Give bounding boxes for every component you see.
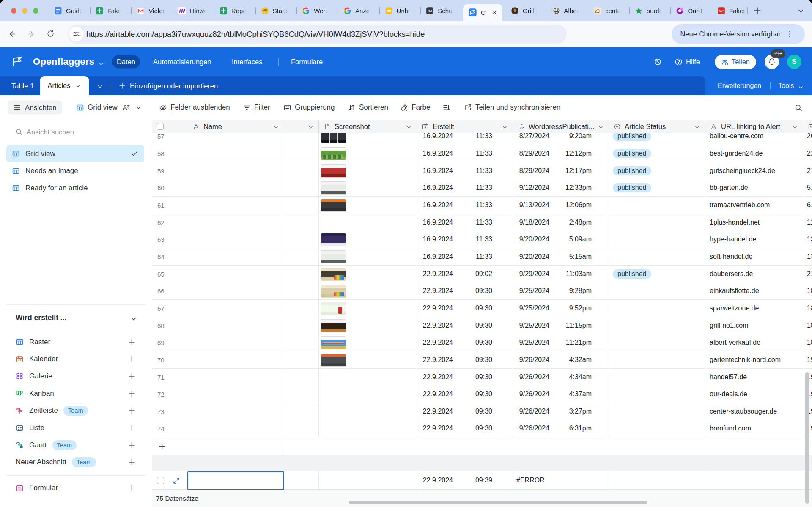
screenshot-thumbnail[interactable] (321, 354, 346, 366)
browser-tab[interactable]: cente (589, 0, 630, 21)
browser-tab[interactable]: Vielen (132, 0, 173, 21)
create-view-gantt[interactable]: GanttTeam (0, 436, 152, 454)
column-header-erstellt[interactable]: Erstellt (417, 120, 513, 133)
column-chevron-icon[interactable] (406, 124, 412, 130)
column-chevron-icon[interactable] (502, 124, 508, 130)
add-view-plus-icon[interactable] (128, 355, 136, 363)
table-row[interactable]: 72 22.9.2024 09:30 9/26/2024 4:37am our-… (152, 386, 812, 403)
add-or-import-button[interactable]: Hinzufügen oder importieren (130, 82, 218, 90)
add-view-plus-icon[interactable] (128, 424, 136, 432)
column-chevron-icon[interactable] (792, 124, 798, 130)
tab-search-chevron-icon[interactable] (797, 7, 805, 15)
kebab-menu-icon[interactable] (786, 30, 794, 38)
app-nav-daten[interactable]: Daten (112, 55, 140, 68)
hide-fields-button[interactable]: Felder ausblenden (159, 103, 230, 112)
help-icon[interactable] (675, 58, 683, 66)
table-row[interactable]: 74 22.9.2024 09:30 9/26/2024 6:31pm boro… (152, 420, 812, 437)
add-view-plus-icon[interactable] (128, 389, 136, 397)
app-nav-formulare[interactable]: Formulare (291, 58, 323, 66)
back-icon[interactable] (8, 30, 16, 38)
screenshot-thumbnail[interactable] (321, 251, 346, 263)
create-view-kanban[interactable]: Kanban (0, 385, 152, 402)
sort-button[interactable]: Sortieren (348, 103, 388, 112)
column-chevron-icon[interactable] (694, 124, 700, 130)
table-row[interactable]: 58 16.9.2024 11:33 8/29/2024 12:12pm pub… (152, 145, 812, 162)
table-row[interactable]: 67 22.9.2024 09:30 9/25/2024 9:52pm spar… (152, 300, 812, 317)
add-view-plus-icon[interactable] (128, 458, 136, 466)
screenshot-thumbnail[interactable] (321, 133, 346, 143)
search-icon[interactable] (794, 104, 803, 112)
name-cell-editing[interactable] (187, 471, 284, 490)
table-tab-table1[interactable]: Table 1 (11, 82, 34, 90)
workspace-chevron-icon[interactable] (98, 60, 104, 67)
table-row[interactable]: 66 22.9.2024 09:30 9/25/2024 9:28pm eink… (152, 282, 812, 300)
table-row[interactable]: 71 22.9.2024 09:30 9/26/2024 4:34am hand… (152, 369, 812, 386)
create-view-liste[interactable]: Liste (0, 419, 152, 437)
window-minimize-button[interactable] (22, 8, 27, 14)
screenshot-thumbnail[interactable] (321, 182, 346, 194)
share-button[interactable]: Teilen (715, 55, 756, 69)
reload-icon[interactable] (47, 30, 55, 38)
table-row[interactable]: 61 16.9.2024 11:33 9/13/2024 12:06pm tra… (152, 197, 812, 214)
horizontal-scrollbar[interactable] (349, 501, 647, 504)
view-search-input[interactable]: Ansicht suchen (27, 128, 74, 136)
column-header-name[interactable]: Name (152, 120, 284, 133)
history-icon[interactable] (653, 58, 662, 66)
screenshot-thumbnail[interactable] (321, 199, 346, 211)
section-chevron-icon[interactable] (130, 315, 137, 323)
add-view-plus-icon[interactable] (128, 441, 136, 449)
table-row[interactable]: 59 16.9.2024 11:33 8/29/2024 12:17pm pub… (152, 162, 812, 180)
table-row[interactable]: 65 22.9.2024 09:02 9/29/2024 11:03am pub… (152, 266, 812, 283)
create-view-zeitleiste[interactable]: ZeitleisteTeam (0, 402, 152, 419)
table-row[interactable]: 57 16.9.2024 11:33 8/27/2024 9:20am publ… (152, 133, 812, 145)
browser-tab[interactable]: Hinwe (173, 0, 215, 21)
column-chevron-icon[interactable] (598, 124, 604, 130)
add-view-plus-icon[interactable] (128, 484, 136, 492)
create-view-neuer-abschnitt[interactable]: Neuer AbschnittTeam (0, 454, 152, 471)
row-height-icon[interactable] (442, 104, 450, 112)
color-button[interactable]: Farbe (400, 103, 430, 112)
filter-button[interactable]: Filter (243, 103, 270, 112)
browser-tab[interactable]: ScSchul (421, 0, 463, 21)
chrome-update-button[interactable]: Neue Chrome-Version verfügbar (672, 24, 805, 44)
help-label[interactable]: Hilfe (686, 58, 700, 66)
table-tab-articles[interactable]: Articles (40, 76, 89, 95)
vertical-scrollbar[interactable] (805, 372, 809, 504)
create-view-formular[interactable]: Formular (0, 480, 152, 497)
column-header-article-status[interactable]: Article Status (609, 120, 705, 133)
site-info-icon[interactable] (69, 27, 84, 41)
browser-tab[interactable]: Guide (49, 0, 91, 21)
add-table-plus-icon[interactable] (118, 82, 126, 90)
table-row[interactable]: 63 16.9.2024 11:33 9/20/2024 5:09am hype… (152, 231, 812, 248)
column-chevron-icon[interactable] (273, 124, 279, 130)
browser-tab[interactable]: Repo (215, 0, 256, 21)
add-view-plus-icon[interactable] (128, 407, 136, 415)
table-row[interactable]: 62 16.9.2024 11:33 9/18/2024 2:48pm 1plu… (152, 214, 812, 231)
app-nav-interfaces[interactable]: Interfaces (232, 58, 262, 66)
add-view-plus-icon[interactable] (128, 372, 136, 380)
screenshot-thumbnail[interactable] (321, 302, 346, 315)
tables-list-chevron-icon[interactable] (96, 83, 104, 90)
create-view-galerie[interactable]: Galerie (0, 367, 152, 385)
extensions-tab[interactable]: Erweiterungen (718, 82, 761, 90)
column-header-wordpresspublicati-[interactable]: WordpressPublicati... (513, 120, 609, 133)
table-row[interactable]: 70 22.9.2024 09:30 9/26/2024 4:32am gart… (152, 351, 812, 369)
column-header-url-linking-to-alert[interactable]: URL linking to Alert (705, 120, 803, 133)
browser-tab[interactable]: Our-E (671, 0, 713, 21)
column-chevron-icon[interactable] (307, 124, 314, 130)
table-row[interactable]: 60 16.9.2024 11:33 9/12/2024 12:33pm pub… (152, 179, 812, 197)
view-name-button[interactable]: Grid view (76, 103, 142, 112)
screenshot-thumbnail[interactable] (321, 148, 346, 160)
window-zoom-button[interactable] (33, 8, 38, 14)
screenshot-thumbnail[interactable] (321, 285, 346, 297)
table-row[interactable]: 73 22.9.2024 09:30 9/26/2024 3:27pm cent… (152, 403, 812, 420)
row-checkbox[interactable] (157, 477, 164, 484)
browser-tab[interactable]: Grill f (506, 0, 548, 21)
add-record-row[interactable] (152, 437, 812, 454)
browser-tab[interactable]: Werb (297, 0, 339, 21)
add-view-plus-icon[interactable] (128, 338, 136, 346)
address-bar[interactable]: https://airtable.com/appa3i7uwxquuz82n/t… (68, 25, 567, 44)
browser-tab[interactable]: Unbe (380, 0, 422, 21)
sidebar-view-ready-for-an-article[interactable]: Ready for an article (6, 179, 144, 197)
airtable-logo-icon[interactable] (11, 56, 23, 67)
